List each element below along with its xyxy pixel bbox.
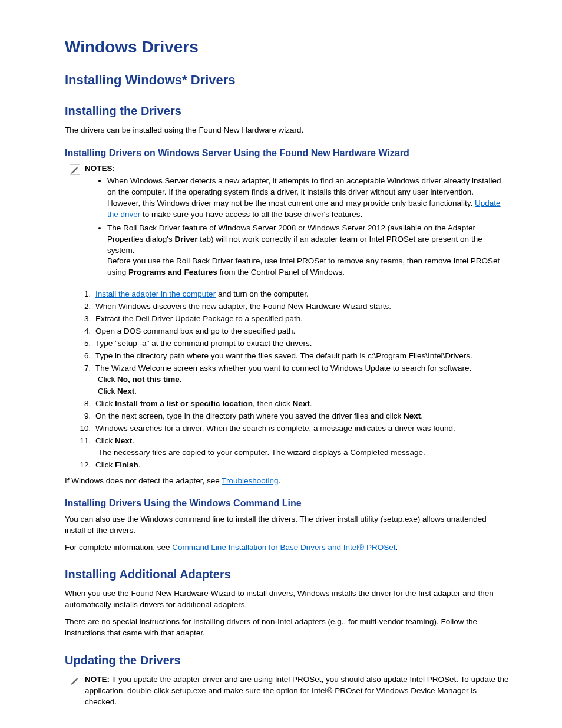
note-item-2: The Roll Back Driver feature of Windows … — [107, 223, 509, 278]
pencil-icon — [70, 676, 80, 690]
step-8: Click Install from a list or specific lo… — [93, 398, 509, 410]
step-10: Windows searches for a driver. When the … — [93, 423, 509, 434]
section-installing-the-drivers: Installing the Drivers — [65, 103, 509, 119]
troubleshooting-link[interactable]: Troubleshooting — [222, 476, 278, 485]
step-4: Open a DOS command box and go to the spe… — [93, 326, 509, 337]
notes-label: NOTES: — [85, 164, 115, 173]
page-title: Windows Drivers — [65, 35, 509, 58]
section-updating-drivers: Updating the Drivers — [65, 652, 509, 668]
command-line-p1: You can also use the Windows command lin… — [65, 514, 509, 536]
update-note-body: If you update the adapter driver and are… — [85, 675, 508, 706]
section-command-line: Installing Drivers Using the Windows Com… — [65, 497, 509, 510]
update-note-block: NOTE: If you update the adapter driver a… — [65, 674, 509, 708]
step-12: Click Finish. — [93, 460, 509, 471]
section-installing-windows-drivers: Installing Windows* Drivers — [65, 71, 509, 90]
pencil-icon — [70, 164, 80, 179]
note-item-1: When Windows Server detects a new adapte… — [107, 176, 509, 220]
additional-p1: When you use the Found New Hardware Wiza… — [65, 588, 509, 611]
step-5: Type "setup -a" at the command prompt to… — [93, 338, 509, 350]
command-line-p2: For complete information, see Command Li… — [65, 542, 509, 554]
install-adapter-link[interactable]: Install the adapter in the computer — [95, 289, 216, 298]
step-6: Type in the directory path where you wan… — [93, 351, 509, 362]
step-1: Install the adapter in the computer and … — [93, 289, 509, 300]
troubleshooting-paragraph: If Windows does not detect the adapter, … — [65, 476, 509, 487]
section-additional-adapters: Installing Additional Adapters — [65, 566, 509, 582]
step-9: On the next screen, type in the director… — [93, 411, 509, 422]
section-found-new-hardware: Installing Drivers on Windows Server Usi… — [65, 147, 509, 160]
intro-paragraph: The drivers can be installed using the F… — [65, 125, 509, 136]
notes-block: NOTES: When Windows Server detects a new… — [65, 163, 509, 283]
note-label: NOTE: — [85, 675, 110, 684]
additional-p2: There are no special instructions for in… — [65, 617, 509, 639]
command-line-link[interactable]: Command Line Installation for Base Drive… — [172, 543, 395, 552]
step-3: Extract the Dell Driver Update Package t… — [93, 314, 509, 325]
step-11: Click Next. The necessary files are copi… — [93, 436, 509, 459]
notes-list: When Windows Server detects a new adapte… — [85, 176, 509, 278]
step-2: When Windows discovers the new adapter, … — [93, 301, 509, 312]
install-steps: Install the adapter in the computer and … — [65, 289, 509, 470]
step-7: The Wizard Welcome screen asks whether y… — [93, 363, 509, 398]
